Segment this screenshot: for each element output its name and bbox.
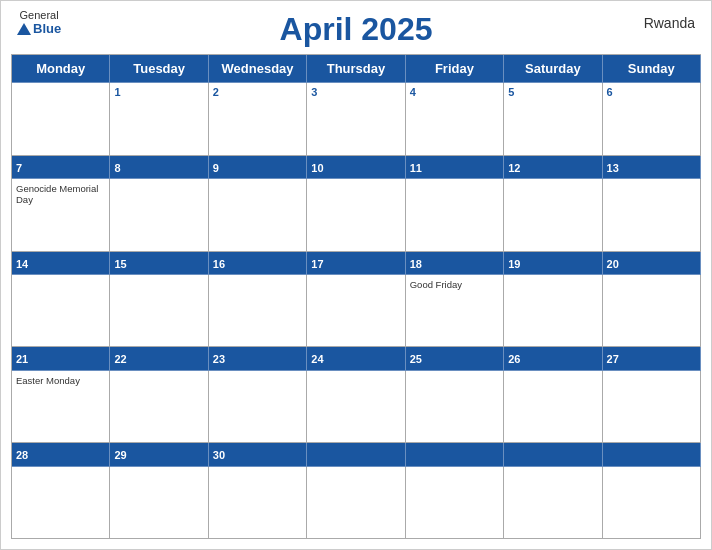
day-cell-w2-sat — [504, 179, 602, 251]
day-cell-w2-fri — [406, 179, 504, 251]
day-cell-w4-thu — [307, 371, 405, 443]
day-cell-w1-wed: 2 — [209, 83, 307, 155]
day-cell-w4-sat — [504, 371, 602, 443]
day-cell-w5-fri — [406, 467, 504, 539]
week4-header-mon: 21 — [12, 347, 110, 370]
holiday-label: Genocide Memorial Day — [16, 183, 105, 205]
header: General Blue April 2025 Rwanda — [1, 1, 711, 54]
day-number: 15 — [114, 258, 126, 270]
day-number: 8 — [114, 162, 120, 174]
day-number: 28 — [16, 449, 28, 461]
week5-header-sat — [504, 443, 602, 466]
day-cell-w2-sun — [603, 179, 701, 251]
week3-header-fri: 18 — [406, 252, 504, 275]
day-cell-w5-thu — [307, 467, 405, 539]
header-monday: Monday — [12, 55, 110, 83]
header-tuesday: Tuesday — [110, 55, 208, 83]
day-number: 17 — [311, 258, 323, 270]
day-cell-w2-tue — [110, 179, 208, 251]
week5-header-sun — [603, 443, 701, 466]
day-number: 27 — [607, 353, 619, 365]
calendar-grid: Monday Tuesday Wednesday Thursday Friday… — [11, 54, 701, 539]
week5-header-fri — [406, 443, 504, 466]
logo: General Blue — [17, 9, 61, 36]
day-cell-w3-tue — [110, 275, 208, 347]
day-number: 21 — [16, 353, 28, 365]
day-cell-w3-thu — [307, 275, 405, 347]
day-cell-w4-tue — [110, 371, 208, 443]
header-saturday: Saturday — [504, 55, 602, 83]
day-cell-w1-thu: 3 — [307, 83, 405, 155]
day-cell-w3-mon — [12, 275, 110, 347]
day-number: 2 — [213, 86, 302, 98]
day-number: 1 — [114, 86, 203, 98]
day-cell-w2-wed — [209, 179, 307, 251]
day-cell-w4-sun — [603, 371, 701, 443]
day-number: 23 — [213, 353, 225, 365]
week2-header-wed: 9 — [209, 156, 307, 179]
day-cell-w4-wed — [209, 371, 307, 443]
calendar-page: General Blue April 2025 Rwanda Monday Tu… — [0, 0, 712, 550]
day-cell-w5-sun — [603, 467, 701, 539]
day-number: 25 — [410, 353, 422, 365]
page-title: April 2025 — [280, 11, 433, 48]
day-cell-w5-mon — [12, 467, 110, 539]
day-cell-w2-mon: Genocide Memorial Day — [12, 179, 110, 251]
week4-header-sun: 27 — [603, 347, 701, 370]
logo-general: General — [20, 9, 59, 21]
day-number: 7 — [16, 162, 22, 174]
day-cell-w3-wed — [209, 275, 307, 347]
day-number: 16 — [213, 258, 225, 270]
day-number: 30 — [213, 449, 225, 461]
country-label: Rwanda — [644, 15, 695, 31]
week5-header-mon: 28 — [12, 443, 110, 466]
day-number: 20 — [607, 258, 619, 270]
week4-header-wed: 23 — [209, 347, 307, 370]
week3-header-thu: 17 — [307, 252, 405, 275]
day-number: 22 — [114, 353, 126, 365]
week2-header-fri: 11 — [406, 156, 504, 179]
logo-triangle-icon — [17, 23, 31, 35]
day-number: 11 — [410, 162, 422, 174]
week5-header-thu — [307, 443, 405, 466]
day-cell-w5-wed — [209, 467, 307, 539]
day-cell-w1-fri: 4 — [406, 83, 504, 155]
day-number: 14 — [16, 258, 28, 270]
week2-header-sat: 12 — [504, 156, 602, 179]
day-number: 13 — [607, 162, 619, 174]
week2-header-mon: 7 — [12, 156, 110, 179]
week3-header-wed: 16 — [209, 252, 307, 275]
week2-header-thu: 10 — [307, 156, 405, 179]
header-wednesday: Wednesday — [209, 55, 307, 83]
day-number: 29 — [114, 449, 126, 461]
day-cell-w3-fri: Good Friday — [406, 275, 504, 347]
day-number: 3 — [311, 86, 400, 98]
day-cell-w4-mon: Easter Monday — [12, 371, 110, 443]
day-cell-w3-sun — [603, 275, 701, 347]
header-thursday: Thursday — [307, 55, 405, 83]
day-number: 18 — [410, 258, 422, 270]
day-number: 5 — [508, 86, 597, 98]
day-number: 19 — [508, 258, 520, 270]
day-number: 26 — [508, 353, 520, 365]
week3-header-sun: 20 — [603, 252, 701, 275]
day-cell-w3-sat — [504, 275, 602, 347]
week2-header-tue: 8 — [110, 156, 208, 179]
week3-header-tue: 15 — [110, 252, 208, 275]
week4-header-tue: 22 — [110, 347, 208, 370]
day-cell-w4-fri — [406, 371, 504, 443]
week5-header-tue: 29 — [110, 443, 208, 466]
day-cell-w5-sat — [504, 467, 602, 539]
header-sunday: Sunday — [603, 55, 701, 83]
day-cell-w2-thu — [307, 179, 405, 251]
day-number: 12 — [508, 162, 520, 174]
week3-header-mon: 14 — [12, 252, 110, 275]
header-friday: Friday — [406, 55, 504, 83]
day-cell-w1-sun: 6 — [603, 83, 701, 155]
week4-header-sat: 26 — [504, 347, 602, 370]
logo-blue: Blue — [17, 21, 61, 36]
day-cell-w1-sat: 5 — [504, 83, 602, 155]
day-cell-w5-tue — [110, 467, 208, 539]
day-cell-w1-mon — [12, 83, 110, 155]
week5-header-wed: 30 — [209, 443, 307, 466]
